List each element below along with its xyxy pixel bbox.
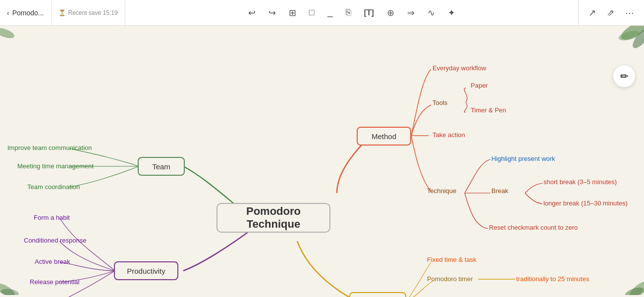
toolbar-center: ↩ ↪ ⊞ □ ⎯ ⎘ [T] ⊕ ⇒ ∿ ✦ (125, 5, 578, 20)
connect-button[interactable]: ⇒ (405, 5, 417, 20)
mindmap-canvas: ✏ Pomodoro Technique Method (0, 26, 644, 297)
curve-button[interactable]: ∿ (426, 5, 437, 20)
svg-point-6 (623, 286, 644, 295)
longer-break-label: longer break (15–30 minutes) (543, 199, 628, 207)
svg-point-2 (630, 26, 644, 51)
svg-point-7 (0, 281, 17, 295)
leaf-decoration-br (604, 255, 644, 297)
team-node[interactable]: Team (138, 157, 185, 176)
toolbar-right: ↗ ⇗ ⋯ (578, 0, 644, 25)
clock-icon: ⏳ (58, 9, 66, 16)
everyday-label: Everyday workflow (432, 64, 486, 72)
svg-point-8 (0, 288, 19, 295)
timer-pen-label: Timer & Pen (471, 106, 506, 114)
style-button[interactable]: ⎘ (344, 5, 353, 20)
meeting-label: Meeting time management (17, 162, 94, 170)
habit-label: Form a habit (34, 214, 70, 221)
fixed-label: Fixed time & task (427, 256, 477, 263)
expand-button[interactable]: ⇗ (604, 5, 617, 20)
paste-button[interactable]: □ (307, 5, 317, 20)
add-button[interactable]: ⊕ (385, 5, 396, 20)
method-node[interactable]: Method (357, 127, 411, 146)
svg-point-4 (0, 26, 16, 41)
timer-label: Pomodoro timer (427, 275, 473, 283)
traditionally-label: traditionally to 25 minutes (516, 275, 589, 283)
svg-point-5 (626, 278, 644, 295)
paper-label: Paper (471, 82, 488, 89)
svg-point-1 (618, 26, 644, 43)
text-button[interactable]: [T] (362, 6, 376, 19)
copy-button[interactable]: ⊞ (287, 5, 298, 20)
more-button[interactable]: ⋯ (622, 5, 637, 20)
productivity-node[interactable]: Productivity (114, 261, 178, 280)
redo-button[interactable]: ↪ (267, 5, 278, 20)
svg-point-3 (618, 29, 641, 43)
leaf-decoration-tr (585, 26, 644, 62)
highlight-label: Highlight present work (491, 155, 555, 162)
tools-label: Tools (432, 99, 447, 106)
branch-button[interactable]: ⎯ (325, 5, 335, 20)
share-button[interactable]: ↗ (586, 5, 599, 20)
conditioned-label: Conditioned response (24, 237, 86, 244)
back-button[interactable]: ‹ Pomodo... (0, 0, 52, 25)
take-action-label: Take action (432, 131, 465, 139)
active-break-label: Active break (35, 258, 70, 265)
doc-title: Pomodo... (12, 9, 44, 17)
improve-label: Improve team communication (7, 144, 92, 151)
technique-label: Technique (427, 187, 456, 195)
back-icon: ‹ (7, 9, 9, 17)
coordination-label: Team coordination (27, 183, 80, 191)
short-break-label: short break (3–5 minutes) (543, 178, 617, 186)
eraser-button[interactable]: ✏ (613, 65, 635, 87)
release-label: Release potential (30, 278, 79, 286)
break-label: Break (491, 187, 508, 195)
leaf-decoration-tl (0, 26, 30, 57)
leaf-decoration-bl (0, 255, 40, 297)
main-node[interactable]: Pomodoro Technique (216, 203, 330, 233)
star-button[interactable]: ✦ (446, 5, 457, 20)
save-status: ⏳ Recent save 15:19 (52, 0, 125, 25)
onetask-node[interactable]: One task (349, 292, 406, 297)
reset-label: Reset checkmark count to zero (489, 224, 578, 231)
eraser-icon: ✏ (620, 70, 629, 82)
undo-button[interactable]: ↩ (246, 5, 258, 20)
